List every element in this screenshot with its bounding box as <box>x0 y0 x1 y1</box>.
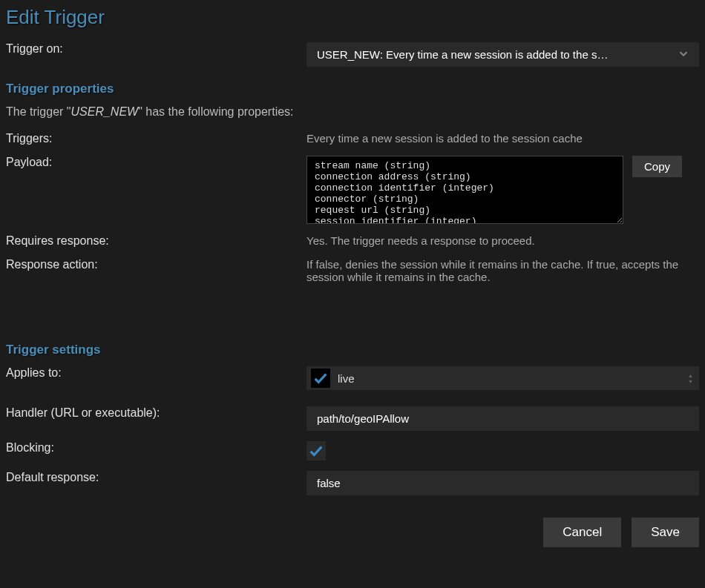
trigger-on-value: USER_NEW: Every time a new session is ad… <box>317 48 608 61</box>
default-response-label: Default response: <box>6 471 306 484</box>
chevron-down-icon <box>677 47 690 62</box>
requires-response-value: Yes. The trigger needs a response to pro… <box>306 234 699 247</box>
trigger-intro-text: The trigger "USER_NEW" has the following… <box>6 105 699 119</box>
triggers-value: Every time a new session is added to the… <box>306 132 699 145</box>
save-button[interactable]: Save <box>632 518 699 547</box>
trigger-settings-header: Trigger settings <box>6 343 699 357</box>
copy-button[interactable]: Copy <box>632 156 682 177</box>
blocking-checkbox[interactable] <box>306 441 326 460</box>
blocking-label: Blocking: <box>6 441 306 455</box>
applies-to-input-row[interactable]: live ▲ ▼ <box>306 366 699 390</box>
response-action-value: If false, denies the session while it re… <box>306 258 699 283</box>
triggers-label: Triggers: <box>6 132 306 145</box>
trigger-properties-header: Trigger properties <box>6 82 699 96</box>
handler-label: Handler (URL or executable): <box>6 406 306 420</box>
spinner-icon[interactable]: ▲ ▼ <box>688 373 693 384</box>
handler-input[interactable] <box>306 406 699 431</box>
response-action-label: Response action: <box>6 258 306 271</box>
trigger-on-label: Trigger on: <box>6 42 306 56</box>
applies-to-checkbox[interactable] <box>311 369 330 388</box>
trigger-on-select[interactable]: USER_NEW: Every time a new session is ad… <box>306 42 699 67</box>
cancel-button[interactable]: Cancel <box>543 518 621 547</box>
payload-label: Payload: <box>6 156 306 169</box>
applies-to-value: live <box>338 372 695 385</box>
payload-textarea[interactable] <box>306 156 623 224</box>
default-response-input[interactable] <box>306 471 699 495</box>
page-title: Edit Trigger <box>6 6 699 29</box>
applies-to-label: Applies to: <box>6 366 306 380</box>
requires-response-label: Requires response: <box>6 234 306 248</box>
